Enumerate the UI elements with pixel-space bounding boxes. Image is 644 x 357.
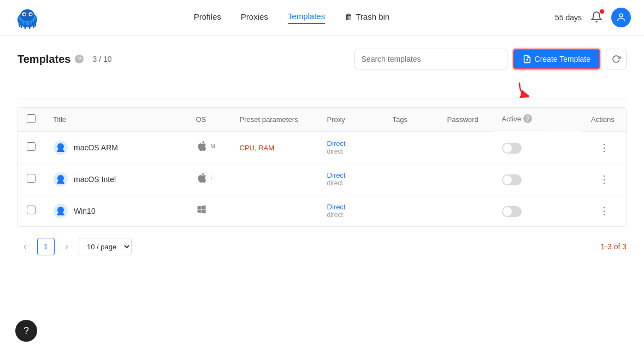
col-header-active: Active ? [493,108,548,130]
os-m-badge: M [211,143,215,149]
pagination-total: 1-3 of 3 [601,242,627,251]
table-header: Title OS Preset parameters Proxy Tags Pa… [18,108,626,132]
col-header-preset: Preset parameters [231,108,318,132]
select-all-checkbox[interactable] [27,114,36,123]
page-title-wrap: Templates ? 3 / 10 [17,53,111,66]
navbar: Profiles Proxies Templates 🗑 Trash bin 5… [0,0,644,36]
page-header: Templates ? 3 / 10 Create Template [17,49,627,69]
next-page-button[interactable]: › [59,239,74,254]
nav-trashbin[interactable]: 🗑 Trash bin [345,12,389,24]
table-row: macOS Intel i Direct direct [18,163,626,195]
header-actions: Create Template [355,49,627,69]
proxy-cell: Direct direct [327,139,375,155]
row-checkbox[interactable] [27,174,36,183]
page-size-select[interactable]: 10 / page 20 / page 50 / page [79,238,132,255]
search-input[interactable] [355,49,507,69]
table-row: Win10 [18,195,626,227]
trash-icon: 🗑 [345,12,353,21]
active-help-icon[interactable]: ? [523,114,532,123]
preset-text: CPU, RAM [240,144,275,152]
main-content: Templates ? 3 / 10 Create Template [0,36,644,268]
os-icon-windows [196,206,207,217]
table-body: macOS ARM M CPU, RAM Direct direct [18,132,626,227]
more-actions-button[interactable]: ⋮ [599,142,610,154]
template-icon [53,203,68,219]
table: Title OS Preset parameters Proxy Tags Pa… [18,108,626,226]
col-header-actions: Actions [582,108,626,132]
proxy-label: Direct [327,139,375,148]
row-title-text: macOS ARM [74,143,118,152]
row-title-text: Win10 [74,207,96,215]
svg-point-5 [23,14,26,16]
os-i-badge: i [211,175,212,181]
more-actions-button[interactable]: ⋮ [599,205,610,217]
page-title: Templates [17,53,70,66]
pagination: ‹ 1 › 10 / page 20 / page 50 / page 1-3 … [17,238,627,255]
table-row: macOS ARM M CPU, RAM Direct direct [18,132,626,163]
prev-page-button[interactable]: ‹ [17,239,33,254]
svg-point-6 [30,14,32,16]
title-help-icon[interactable]: ? [75,55,84,63]
refresh-icon [612,55,621,63]
template-icon [53,172,68,187]
proxy-sub: direct [327,148,375,155]
user-avatar[interactable] [611,8,631,27]
os-icon-macos-intel: i [196,175,212,186]
password-cell [439,195,493,227]
proxy-label: Direct [327,171,375,179]
proxy-label: Direct [327,203,375,211]
red-arrow [510,83,529,100]
col-header-proxy: Proxy [318,108,384,132]
nav-proxies[interactable]: Proxies [241,12,268,24]
svg-point-7 [619,14,623,17]
active-toggle[interactable] [502,143,522,154]
svg-point-2 [20,9,34,21]
proxy-cell: Direct direct [327,203,375,219]
row-title-cell: Win10 [53,203,179,219]
arrow-container [17,80,627,98]
proxy-sub: direct [327,211,375,219]
section-divider [17,98,627,98]
row-title-text: macOS Intel [74,175,116,184]
tags-cell [384,132,439,163]
col-header-os: OS [187,108,231,132]
nav-links: Profiles Proxies Templates 🗑 Trash bin [194,11,389,24]
tags-cell [384,163,439,195]
tags-cell [384,195,439,227]
active-toggle[interactable] [502,206,522,217]
refresh-button[interactable] [606,49,627,69]
notification-dot [600,9,604,14]
password-cell [439,163,493,195]
row-checkbox[interactable] [27,142,36,151]
password-cell [439,132,493,163]
active-toggle[interactable] [502,174,522,185]
logo[interactable] [13,3,42,32]
template-icon [53,140,68,155]
create-template-button[interactable]: Create Template [513,49,600,69]
nav-templates[interactable]: Templates [288,11,325,24]
os-icon-macos-m: M [196,143,215,154]
proxy-sub: direct [327,179,375,187]
row-title-cell: macOS ARM [53,140,179,155]
col-header-title: Title [44,108,187,132]
row-checkbox[interactable] [27,206,36,214]
file-icon [523,55,531,63]
notifications-bell[interactable] [590,11,602,25]
page-number-button[interactable]: 1 [37,238,55,255]
proxy-cell: Direct direct [327,171,375,187]
more-actions-button[interactable]: ⋮ [599,173,610,185]
row-title-cell: macOS Intel [53,172,179,187]
days-badge: 55 days [555,13,582,22]
nav-right: 55 days [555,8,631,27]
templates-count: 3 / 10 [92,55,111,63]
col-header-password: Password [439,108,493,132]
col-header-tags: Tags [384,108,439,132]
templates-table: Title OS Preset parameters Proxy Tags Pa… [17,107,627,227]
nav-profiles[interactable]: Profiles [194,12,221,24]
